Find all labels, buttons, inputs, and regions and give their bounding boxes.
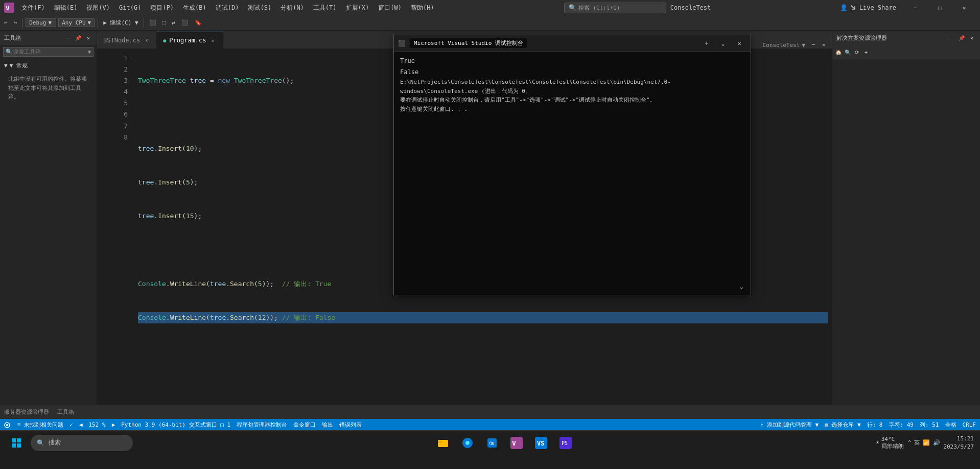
line-num-3: 3 <box>111 75 128 86</box>
menu-tools[interactable]: 工具(T) <box>309 2 341 14</box>
bottom-tab-toolbox[interactable]: 工具箱 <box>57 407 74 417</box>
status-error-list[interactable]: 错误列表 <box>339 421 362 429</box>
bottom-tab-server-explorer[interactable]: 服务器资源管理器 <box>4 407 49 417</box>
menu-debug[interactable]: 调试(D) <box>212 2 243 14</box>
status-right-arrow[interactable]: ▶ <box>112 421 115 428</box>
minimize-button[interactable]: ─ <box>903 0 927 15</box>
toolbox-empty-message: 此组中没有可用的控件。将某项拖至此文本可将其添加到工具箱。 <box>4 71 92 106</box>
taskbar-vs[interactable]: V <box>506 433 527 453</box>
redo-button[interactable]: ↪ <box>12 18 19 27</box>
taskbar-store[interactable]: 🛍 <box>482 433 502 453</box>
solution-toolbar-btn-4[interactable]: + <box>862 48 870 56</box>
toolbox-close-button[interactable]: ✕ <box>84 34 92 42</box>
toolbar-icon-3[interactable]: ⇄ <box>170 18 177 27</box>
tab-bstnode[interactable]: BSTNode.cs ✕ <box>97 32 157 49</box>
file-manager-icon <box>437 437 449 449</box>
taskbar-search-bar[interactable]: 🔍 搜索 <box>31 435 133 451</box>
status-ch[interactable]: 列: 51 <box>920 421 939 429</box>
maximize-button[interactable]: □ <box>928 0 951 15</box>
status-left-arrow[interactable]: ◀ <box>79 421 83 428</box>
menu-analyze[interactable]: 分析(N) <box>276 2 308 14</box>
menu-edit[interactable]: 编辑(E) <box>50 2 82 14</box>
line-num-1: 1 <box>111 53 128 64</box>
console-line-6: 按任意键关闭此窗口. . . <box>400 105 744 114</box>
platform-dropdown[interactable]: Any CPU ▼ <box>58 18 95 27</box>
status-select-repo[interactable]: ▤ 选择仓库 ▼ <box>825 421 861 429</box>
global-search-box[interactable]: 🔍 搜索 (Ctrl+Q) <box>564 3 666 13</box>
weather-widget[interactable]: ☀️ 34°C 局部晴朗 <box>876 436 904 450</box>
solution-explorer-panel: 解决方案资源管理器 ─ 📌 ✕ 🏠 🔍 ⟳ + <box>832 31 980 405</box>
console-close-button[interactable]: ✕ <box>732 36 746 51</box>
menu-project[interactable]: 项目(P) <box>146 2 178 14</box>
menu-help[interactable]: 帮助(H) <box>407 2 438 14</box>
taskbar-file-manager[interactable] <box>433 433 453 453</box>
run-button[interactable]: ▶ 继续(C) ▼ <box>101 18 140 28</box>
live-share-icon: 👤 <box>840 4 848 11</box>
taskbar-center: 🛍 V VS PS <box>433 433 576 453</box>
toolbox-auto-hide-button[interactable]: 📌 <box>74 34 82 42</box>
tray-language[interactable]: 英 <box>914 439 920 447</box>
status-add-source[interactable]: ↑ 添加到源代码管理 ▼ <box>760 421 819 429</box>
live-share-button[interactable]: 👤 🡮 Live Share <box>837 3 899 12</box>
solution-toolbar-btn-3[interactable]: ⟳ <box>853 48 861 56</box>
platform-label: Any CPU <box>62 19 85 26</box>
status-no-issues[interactable]: ≡ 未找到相关问题 <box>17 421 63 429</box>
toolbar-icon-1[interactable]: ⬛ <box>147 18 158 27</box>
menu-extensions[interactable]: 扩展(X) <box>342 2 374 14</box>
status-bottom-tabs-python[interactable]: Python 3.9 (64-bit) 交互式窗口 □ 1 <box>121 421 230 429</box>
taskbar-vscode[interactable]: VS <box>531 433 551 453</box>
menu-git[interactable]: Git(G) <box>115 2 145 13</box>
tray-arrow[interactable]: ^ <box>908 439 912 446</box>
status-col[interactable]: 字符: 49 <box>889 421 914 429</box>
menu-view[interactable]: 视图(V) <box>82 2 114 14</box>
status-output[interactable]: 输出 <box>322 421 333 429</box>
editor-pin-button[interactable]: ─ <box>809 40 818 49</box>
status-eol[interactable]: CRLF <box>963 421 976 428</box>
tab-program-close[interactable]: ✕ <box>209 37 217 44</box>
toolbar-separator-2 <box>98 18 98 28</box>
solution-toolbar-btn-1[interactable]: 🏠 <box>834 48 843 56</box>
toolbar-icon-5[interactable]: 🔖 <box>193 18 204 27</box>
system-clock[interactable]: 15:21 2023/9/27 <box>943 435 974 451</box>
taskbar-edge[interactable] <box>457 433 478 453</box>
solution-close-button[interactable]: ✕ <box>968 34 976 42</box>
tab-program[interactable]: ● Program.cs ✕ <box>157 32 223 49</box>
console-options-button[interactable]: ⌄ <box>716 36 730 51</box>
menu-window[interactable]: 窗口(W) <box>374 2 406 14</box>
debug-config-dropdown[interactable]: Debug ▼ <box>26 18 56 27</box>
menu-file[interactable]: 文件(F) <box>17 2 49 14</box>
menu-build[interactable]: 生成(B) <box>179 2 211 14</box>
console-new-tab-button[interactable]: + <box>699 36 714 51</box>
solution-pin-button[interactable]: ─ <box>947 34 955 42</box>
menu-test[interactable]: 测试(S) <box>244 2 275 14</box>
toolbox-search-container[interactable]: 🔍 ▼ <box>3 47 94 57</box>
console-scroll-down[interactable]: ⌄ <box>734 279 749 294</box>
toolbox-search-input[interactable] <box>13 49 88 55</box>
status-zoom[interactable]: 152 % <box>89 421 106 428</box>
editor-close-button[interactable]: ✕ <box>820 40 828 49</box>
start-button[interactable] <box>6 433 27 453</box>
close-button[interactable]: ✕ <box>952 0 976 15</box>
tab-bstnode-close[interactable]: ✕ <box>143 37 150 44</box>
status-cmd[interactable]: 命令窗口 <box>293 421 316 429</box>
taskbar-terminal[interactable]: PS <box>555 433 576 453</box>
svg-rect-5 <box>17 438 21 442</box>
toolbox-pin-button[interactable]: ─ <box>64 34 72 42</box>
solution-toolbar-btn-2[interactable]: 🔍 <box>844 48 852 56</box>
line-num-8: 8 <box>111 132 128 143</box>
console-tab-main[interactable]: Microsoft Visual Studio 调试控制台 <box>410 38 527 48</box>
toolbox-section-toggle[interactable]: ▼ ▼ 常规 <box>4 61 92 71</box>
toolbar-icon-2[interactable]: ⬚ <box>160 18 168 27</box>
status-bottom-tabs-pkg[interactable]: 程序包管理器控制台 <box>237 421 287 429</box>
solution-auto-hide-button[interactable]: 📌 <box>958 34 966 42</box>
console-output[interactable]: True False E:\NetProjects\ConsoleTest\Co… <box>394 52 751 278</box>
undo-button[interactable]: ↩ <box>2 18 10 27</box>
status-branch[interactable] <box>4 421 11 428</box>
tray-sound-icon: 🔊 <box>933 439 940 446</box>
line-num-6: 6 <box>111 109 128 120</box>
toolbar-icon-4[interactable]: ⬛ <box>179 18 191 27</box>
vs-logo-icon: V <box>4 3 14 13</box>
status-row[interactable]: 行: 8 <box>867 421 883 429</box>
status-sel[interactable]: 全格 <box>945 421 956 429</box>
status-check[interactable]: ✓ <box>69 421 73 428</box>
